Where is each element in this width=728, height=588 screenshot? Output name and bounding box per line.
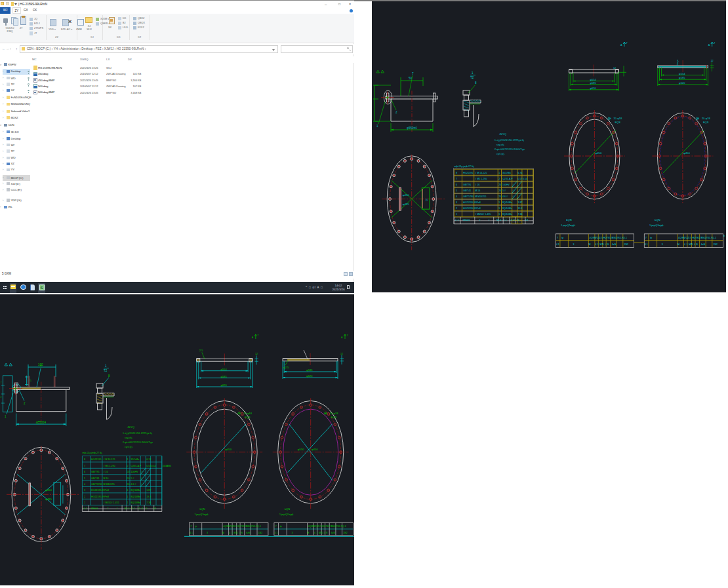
svg-text:1: 1	[127, 458, 129, 461]
svg-text:SNQ7S5-9Q-1: SNQ7S5-9Q-1	[612, 237, 627, 239]
svg-text:N3: N3	[496, 219, 499, 222]
svg-text:19.3: 19.3	[518, 207, 523, 210]
svg-text:4 1: 4 1	[190, 532, 193, 534]
svg-text:20-φ18: 20-φ18	[243, 412, 253, 415]
svg-text:4 1: 4 1	[556, 243, 559, 246]
svg-text:φ530: φ530	[298, 448, 305, 451]
svg-text:φ554: φ554	[679, 72, 685, 75]
svg-text:0.57: 0.57	[146, 465, 151, 467]
svg-text:100HV: 100HV	[131, 471, 139, 473]
svg-text:# M450# 1-455: # M450# 1-455	[103, 501, 119, 504]
svg-text:5: 5	[237, 532, 238, 534]
svg-text:1: 1	[597, 243, 599, 246]
svg-text:8Q/16Mn: 8Q/16Mn	[131, 489, 141, 492]
svg-text:SNQ7S5-9Q-1: SNQ7S5-9Q-1	[701, 237, 716, 239]
svg-text:1: 1	[316, 532, 317, 534]
svg-text:4.6 #: 4.6 #	[502, 195, 508, 198]
svg-text:2: 2	[127, 465, 129, 467]
svg-text:2: 2	[107, 507, 108, 510]
svg-text:8: 8	[84, 458, 85, 461]
svg-text:M M16X55: M M16X55	[103, 483, 114, 486]
svg-text:L: L	[694, 243, 695, 246]
svg-text:4: 4	[229, 532, 230, 534]
svg-text:M: M	[222, 532, 224, 534]
svg-text:7: 7	[84, 465, 85, 467]
svg-text:T2: T2	[104, 369, 108, 372]
svg-text:φ585: φ585	[220, 375, 227, 378]
svg-text:6: 6	[84, 471, 85, 473]
svg-text:SNQ7S5-9Q-1: SNQ7S5-9Q-1	[331, 525, 346, 528]
svg-text:# 16: # 16	[475, 184, 479, 186]
svg-text:45GANG: 45GANG	[163, 465, 172, 467]
svg-text:7.36: 7.36	[518, 213, 523, 216]
svg-text:20: 20	[498, 184, 501, 186]
svg-text:M: M	[588, 243, 590, 246]
svg-text:M: M	[308, 532, 310, 534]
svg-text:8Q/16Mn: 8Q/16Mn	[131, 496, 141, 498]
svg-text:5: 5	[321, 532, 323, 534]
svg-text:A: A	[252, 336, 254, 339]
svg-text:6zN: 6zN	[612, 243, 617, 246]
svg-text:#: #	[116, 507, 117, 510]
svg-text:Q235-A.F: Q235-A.F	[502, 178, 513, 180]
svg-text:4: 4	[84, 483, 85, 486]
svg-text:b: b	[723, 235, 725, 237]
svg-text:φ585: φ585	[679, 76, 685, 79]
svg-text:35CrMo: 35CrMo	[131, 458, 140, 461]
svg-text:0.54: 0.54	[152, 465, 156, 467]
svg-text:12: 12	[711, 60, 714, 62]
svg-text:1: 1	[687, 243, 688, 246]
svg-text:3: 3	[456, 201, 457, 204]
svg-text:φ450: φ450	[45, 488, 52, 492]
svg-text:4.6 #: 4.6 #	[131, 483, 136, 486]
svg-text:φ585: φ585	[590, 81, 596, 85]
svg-text:3: 3	[291, 532, 293, 534]
svg-text:7: 7	[557, 237, 558, 239]
svg-text:4: 4	[455, 219, 456, 222]
svg-text:tp: tp	[195, 525, 197, 528]
svg-text:1: 1	[127, 489, 129, 492]
svg-text:1:5: 1:5	[137, 507, 140, 510]
svg-text:3: 3	[207, 532, 208, 534]
svg-text:1.zjjyHG21594-1999gzrkj: 1.zjjyHG21594-1999gzrkj	[495, 139, 524, 142]
svg-text:bQN: bQN	[199, 507, 205, 511]
svg-text:WKbkS: WKbkS	[462, 219, 470, 222]
svg-text:N3: N3	[125, 507, 127, 510]
svg-text:1:5: 1:5	[233, 525, 237, 528]
svg-text:M 16: M 16	[103, 477, 108, 480]
svg-text:HG21595: HG21595	[91, 458, 101, 461]
svg-text:1:5: 1:5	[689, 237, 692, 239]
svg-text:szyj.vkj.: szyj.vkj.	[496, 144, 504, 146]
svg-text:1: 1	[506, 219, 507, 222]
svg-text:1.zjjyHG21594-1999gzrkj: 1.zjjyHG21594-1999gzrkj	[123, 432, 152, 435]
svg-text:8: 8	[456, 172, 457, 174]
svg-text:1:5: 1:5	[509, 219, 512, 222]
svg-text:1.87: 1.87	[518, 201, 523, 204]
svg-text:JSYQ: JSYQ	[499, 132, 507, 136]
svg-text:4: 4	[83, 507, 85, 510]
svg-text:GB/T41: GB/T41	[463, 189, 471, 192]
svg-text:HG21595-99Pn8: HG21595-99Pn8	[91, 496, 109, 498]
svg-text:4: 4	[684, 243, 685, 246]
svg-text:1.jmjvQ7mjqk.: 1.jmjvQ7mjqk.	[649, 224, 664, 227]
svg-text:φ620: φ620	[306, 374, 313, 378]
svg-text:tp: tp	[650, 237, 652, 239]
svg-text:4: 4	[456, 195, 457, 198]
svg-text:SNQ7S5-9Q-1: SNQ7S5-9Q-1	[246, 525, 261, 528]
svg-text:6zN: 6zN	[246, 532, 251, 534]
svg-text:8Q/16Mn: 8Q/16Mn	[502, 201, 512, 204]
svg-text:4: 4	[500, 219, 501, 222]
svg-text:tp: tp	[561, 237, 563, 239]
svg-text:φ620: φ620	[679, 81, 685, 85]
svg-text:1.jmjvQ7mjqk.: 1.jmjvQ7mjqk.	[561, 224, 575, 227]
svg-text:8: 8	[514, 219, 515, 222]
svg-text:1N2: 1N2	[624, 243, 628, 246]
svg-text:2: 2	[84, 496, 85, 498]
svg-text:cyrk (p).: cyrk (p).	[125, 446, 133, 448]
svg-text:φ620: φ620	[220, 383, 227, 387]
svg-text:φ620: φ620	[590, 87, 596, 90]
svg-text:GB/T5780: GB/T5780	[91, 483, 102, 486]
svg-text:1: 1	[127, 496, 129, 498]
svg-text:8: 8	[503, 219, 504, 222]
svg-text:# M5 1-290: # M5 1-290	[103, 465, 115, 467]
